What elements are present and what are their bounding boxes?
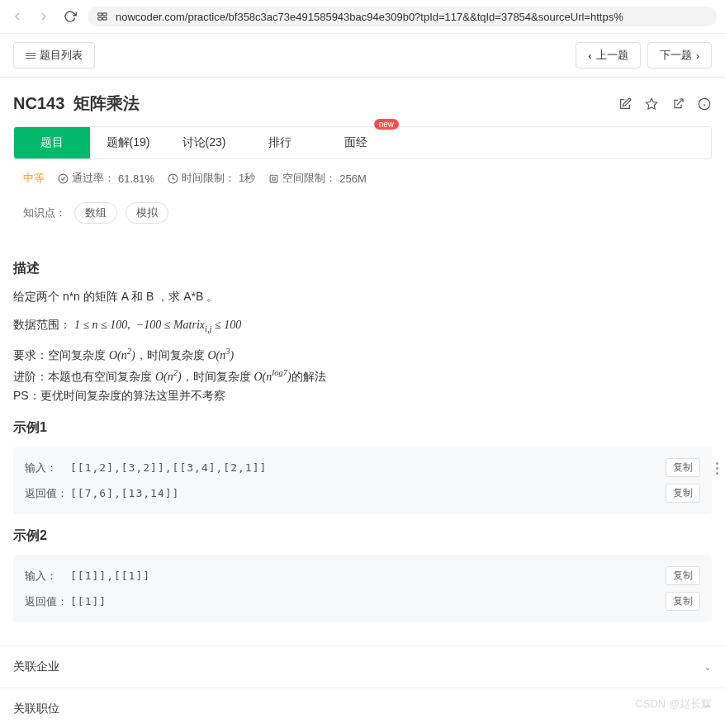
copy-button[interactable]: 复制 xyxy=(666,458,700,477)
tab-interview[interactable]: 面经 new xyxy=(318,127,394,158)
knowledge-tags: 知识点： 数组 模拟 xyxy=(0,197,725,237)
tab-discuss[interactable]: 讨论(23) xyxy=(166,127,242,158)
chevron-right-icon: › xyxy=(696,50,699,62)
description-heading: 描述 xyxy=(13,260,712,277)
tab-solutions[interactable]: 题解(19) xyxy=(90,127,166,158)
copy-button[interactable]: 复制 xyxy=(666,592,700,611)
related-companies-accordion[interactable]: 关联企业 ⌄ xyxy=(0,645,725,688)
example2-heading: 示例2 xyxy=(13,527,712,545)
problem-content: 描述 给定两个 n*n 的矩阵 A 和 B ，求 A*B 。 数据范围： 1 ≤… xyxy=(0,237,725,645)
svg-rect-10 xyxy=(270,175,277,182)
memory-limit: 空间限制：256M xyxy=(268,171,367,186)
svg-rect-0 xyxy=(98,13,102,16)
tag-simulation[interactable]: 模拟 xyxy=(126,202,168,224)
svg-rect-1 xyxy=(103,13,107,16)
chevron-down-icon: ⌄ xyxy=(704,661,712,673)
related-positions-accordion[interactable]: 关联职位 ⌃ xyxy=(0,688,725,728)
example1-box: 输入： [[1,2],[3,2]],[[3,4],[2,1]] 复制 返回值： … xyxy=(13,447,712,514)
difficulty-label: 中等 xyxy=(23,171,45,186)
svg-point-8 xyxy=(59,174,68,183)
edit-icon[interactable] xyxy=(618,97,633,111)
example2-output: [[1]] xyxy=(70,595,666,607)
svg-rect-2 xyxy=(98,17,102,20)
refresh-button[interactable] xyxy=(61,7,79,26)
next-problem-button[interactable]: 下一题 › xyxy=(647,42,712,69)
svg-rect-3 xyxy=(103,17,107,20)
input-label: 输入： xyxy=(25,461,70,475)
example1-output: [[7,6],[13,14]] xyxy=(70,487,666,499)
memory-icon xyxy=(268,173,279,184)
time-limit: 时间限制：1秒 xyxy=(168,171,255,186)
check-circle-icon xyxy=(58,173,69,184)
svg-rect-11 xyxy=(272,177,275,179)
tabs: 题目 题解(19) 讨论(23) 排行 面经 new xyxy=(13,126,712,159)
data-range: 数据范围： 1 ≤ n ≤ 100, −100 ≤ Matrixi,j ≤ 10… xyxy=(13,315,712,337)
input-label: 输入： xyxy=(25,569,70,584)
prev-problem-button[interactable]: ‹ 上一题 xyxy=(576,42,640,69)
back-button[interactable] xyxy=(8,7,26,26)
example1-heading: 示例1 xyxy=(13,419,712,437)
kp-label: 知识点： xyxy=(23,206,66,220)
page-title: NC143 矩阵乘法 xyxy=(13,92,140,115)
url-text: nowcoder.com/practice/bf358c3ac73e491585… xyxy=(116,11,623,23)
clock-icon xyxy=(168,173,178,184)
example1-input: [[1,2],[3,2]],[[3,4],[2,1]] xyxy=(70,461,666,474)
title-row: NC143 矩阵乘法 xyxy=(0,78,725,126)
browser-toolbar: nowcoder.com/practice/bf358c3ac73e491585… xyxy=(0,0,725,34)
problem-list-button[interactable]: 题目列表 xyxy=(13,42,95,69)
tab-ranking[interactable]: 排行 xyxy=(242,127,318,158)
description-text: 给定两个 n*n 的矩阵 A 和 B ，求 A*B 。 xyxy=(13,287,712,307)
return-label: 返回值： xyxy=(25,594,70,609)
return-label: 返回值： xyxy=(25,486,70,501)
tag-array[interactable]: 数组 xyxy=(74,202,117,224)
tab-problem[interactable]: 题目 xyxy=(14,127,90,158)
pass-rate: 通过率：61.81% xyxy=(58,171,154,186)
new-badge: new xyxy=(374,119,399,130)
site-settings-icon[interactable] xyxy=(96,10,109,23)
url-bar[interactable]: nowcoder.com/practice/bf358c3ac73e491585… xyxy=(88,7,717,26)
page-toolbar: 题目列表 ‹ 上一题 下一题 › xyxy=(0,34,725,78)
forward-button[interactable] xyxy=(35,7,53,26)
svg-marker-4 xyxy=(646,98,656,109)
chevron-left-icon: ‹ xyxy=(588,50,591,62)
more-menu-icon[interactable] xyxy=(713,459,722,478)
chevron-up-icon: ⌃ xyxy=(704,703,712,715)
example2-input: [[1]],[[1]] xyxy=(70,570,666,582)
problem-meta: 中等 通过率：61.81% 时间限制：1秒 空间限制：256M xyxy=(0,159,725,197)
list-icon xyxy=(26,53,36,59)
example2-box: 输入： [[1]],[[1]] 复制 返回值： [[1]] 复制 xyxy=(13,555,712,622)
share-icon[interactable] xyxy=(671,97,685,111)
copy-button[interactable]: 复制 xyxy=(666,566,700,585)
star-icon[interactable] xyxy=(644,97,659,111)
info-icon[interactable] xyxy=(697,97,712,111)
copy-button[interactable]: 复制 xyxy=(666,484,700,503)
requirements: 要求：空间复杂度 O(n2)，时间复杂度 O(n3) 进阶：本题也有空间复杂度 … xyxy=(13,344,712,406)
